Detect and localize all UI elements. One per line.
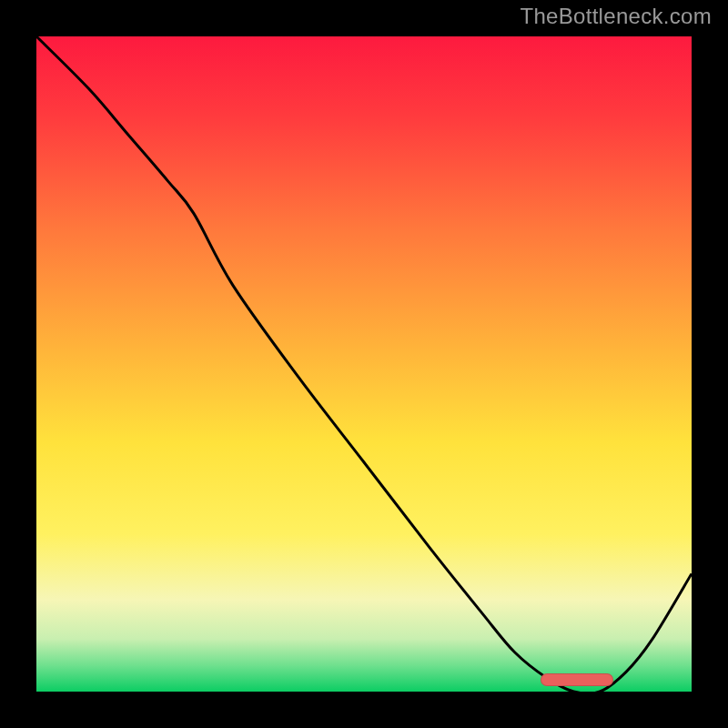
bottleneck-curve xyxy=(36,36,692,692)
watermark-text: TheBottleneck.com xyxy=(520,4,712,29)
optimal-range-marker xyxy=(541,673,612,686)
curve-path xyxy=(36,36,692,692)
chart-frame: TheBottleneck.com xyxy=(0,0,728,728)
plot-area xyxy=(36,36,692,692)
